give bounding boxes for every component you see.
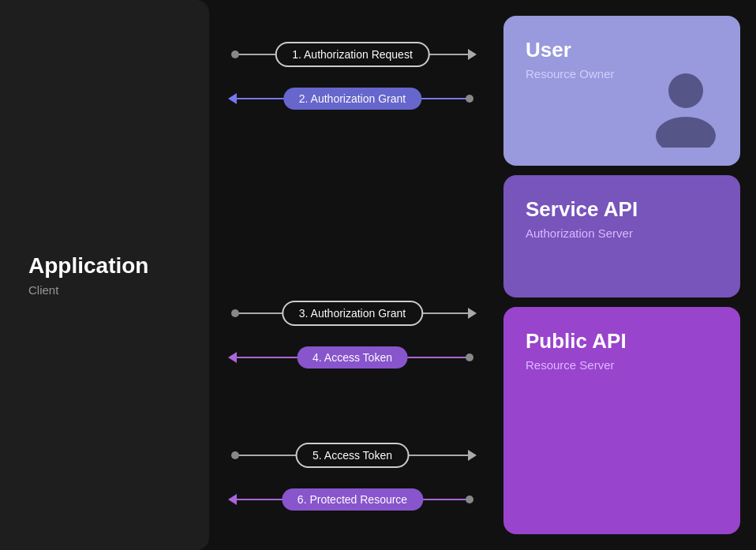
flow-group-2: 3. Authorization Grant 4. Access Token — [209, 296, 496, 375]
arrowhead-5 — [468, 450, 477, 461]
user-panel: User Resource Owner — [503, 16, 740, 166]
arrowhead-6 — [228, 494, 237, 505]
user-icon — [650, 69, 721, 158]
user-title: User — [526, 38, 718, 62]
pill-5: 5. Access Token — [295, 443, 410, 468]
pill-6: 6. Protected Resource — [282, 488, 423, 511]
cap-1 — [231, 51, 239, 58]
arrowhead-1 — [468, 49, 477, 60]
cap-4 — [466, 354, 473, 361]
flow-area: 1. Authorization Request 2. Authorizatio… — [209, 0, 496, 550]
app-subtitle: Client — [28, 283, 209, 297]
client-panel: Application Client — [0, 0, 209, 550]
pill-3: 3. Authorization Grant — [282, 301, 423, 326]
right-panels: User Resource Owner Service API Authoriz… — [503, 16, 740, 534]
service-subtitle: Authorization Server — [526, 226, 718, 240]
public-panel: Public API Resource Server — [503, 307, 740, 534]
service-title: Service API — [526, 197, 718, 222]
cap-5 — [231, 451, 239, 459]
arrow-row-2: 2. Authorization Grant — [209, 81, 496, 116]
cap-3 — [231, 309, 239, 317]
cap-6 — [466, 496, 473, 503]
public-subtitle: Resource Server — [526, 358, 718, 372]
arrow-row-6: 6. Protected Resource — [209, 482, 496, 517]
arrow-row-3: 3. Authorization Grant — [209, 296, 496, 331]
pill-1: 1. Authorization Request — [275, 42, 430, 67]
arrow-row-5: 5. Access Token — [209, 438, 496, 473]
service-panel: Service API Authorization Server — [503, 175, 740, 297]
arrowhead-4 — [228, 352, 237, 363]
arrowhead-3 — [468, 308, 477, 319]
flow-group-3: 5. Access Token 6. Protected Resource — [209, 438, 496, 517]
app-title: Application — [28, 253, 209, 279]
arrow-row-1: 1. Authorization Request — [209, 37, 496, 72]
public-title: Public API — [526, 329, 718, 354]
cap-2 — [466, 95, 473, 103]
arrowhead-2 — [228, 93, 237, 104]
flow-group-1: 1. Authorization Request 2. Authorizatio… — [209, 37, 496, 116]
pill-4: 4. Access Token — [297, 346, 408, 369]
arrow-row-4: 4. Access Token — [209, 340, 496, 375]
pill-2: 2. Authorization Grant — [283, 88, 421, 110]
svg-point-0 — [668, 73, 703, 108]
svg-point-1 — [656, 117, 716, 148]
